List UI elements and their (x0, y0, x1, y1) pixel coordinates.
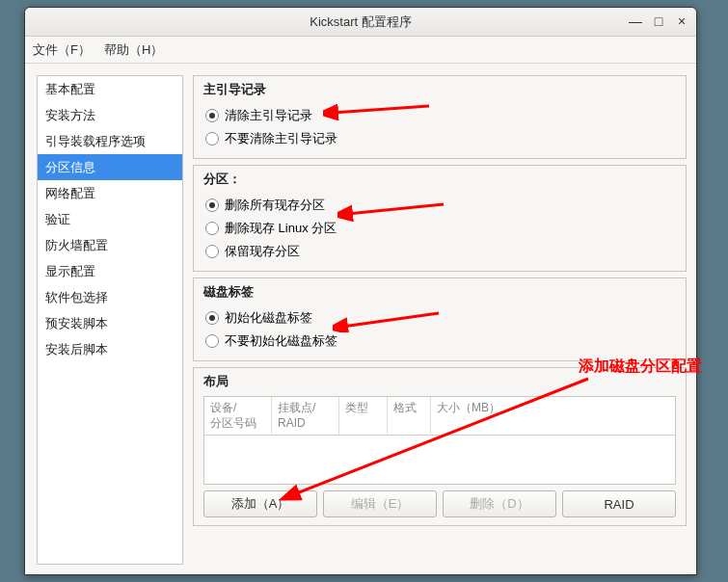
radio-keep[interactable] (205, 245, 219, 258)
titlebar: Kickstart 配置程序 — □ × (25, 8, 696, 37)
menu-help[interactable]: 帮助（H） (104, 41, 163, 59)
th-device[interactable]: 设备/分区号码 (204, 397, 272, 435)
maximize-button[interactable]: □ (648, 11, 669, 32)
table-header: 设备/分区号码 挂载点/RAID 类型 格式 大小（MB） (204, 397, 675, 436)
th-size[interactable]: 大小（MB） (431, 397, 675, 435)
radio-noclear-mbr[interactable] (205, 132, 219, 146)
radio-label: 删除现存 Linux 分区 (225, 220, 337, 237)
radio-clear-mbr[interactable] (205, 109, 219, 122)
group-layout: 布局 设备/分区号码 挂载点/RAID 类型 格式 大小（MB） 添加（A） 编… (193, 367, 687, 526)
radio-row-remove-all[interactable]: 删除所有现存分区 (203, 194, 676, 217)
menu-file[interactable]: 文件（F） (33, 41, 91, 59)
window-title: Kickstart 配置程序 (310, 13, 411, 31)
sidebar-item-prescript[interactable]: 预安装脚本 (38, 310, 182, 336)
sidebar-item-basic[interactable]: 基本配置 (38, 76, 182, 102)
radio-label: 初始化磁盘标签 (225, 309, 312, 327)
content-area: 基本配置 安装方法 引导装载程序选项 分区信息 网络配置 验证 防火墙配置 显示… (25, 64, 696, 574)
group-partition-title: 分区： (203, 171, 676, 188)
minimize-button[interactable]: — (625, 11, 646, 32)
sidebar-item-partition[interactable]: 分区信息 (38, 154, 182, 180)
radio-remove-all[interactable] (205, 198, 219, 212)
partition-table: 设备/分区号码 挂载点/RAID 类型 格式 大小（MB） (203, 396, 676, 485)
app-window: Kickstart 配置程序 — □ × 文件（F） 帮助（H） 基本配置 安装… (24, 7, 697, 575)
button-row: 添加（A） 编辑（E） 删除（D） RAID (203, 490, 676, 517)
radio-label: 删除所有现存分区 (225, 197, 325, 214)
radio-init-label[interactable] (205, 311, 219, 325)
th-type[interactable]: 类型 (339, 397, 388, 435)
th-mount[interactable]: 挂载点/RAID (272, 397, 339, 435)
th-format[interactable]: 格式 (388, 397, 431, 435)
delete-button[interactable]: 删除（D） (443, 490, 556, 517)
menubar: 文件（F） 帮助（H） (25, 37, 696, 64)
add-button[interactable]: 添加（A） (203, 490, 317, 517)
radio-row-clear-mbr[interactable]: 清除主引导记录 (203, 104, 676, 127)
annotation-text: 添加磁盘分区配置 (579, 357, 702, 377)
radio-label: 不要初始化磁盘标签 (225, 332, 337, 350)
window-controls: — □ × (625, 11, 692, 32)
sidebar-item-auth[interactable]: 验证 (38, 206, 182, 232)
sidebar-item-install[interactable]: 安装方法 (38, 102, 182, 128)
edit-button[interactable]: 编辑（E） (323, 490, 437, 517)
group-disklabel-title: 磁盘标签 (203, 283, 676, 301)
group-mbr-title: 主引导记录 (203, 81, 676, 98)
group-partition: 分区： 删除所有现存分区 删除现存 Linux 分区 保留现存分区 (193, 165, 687, 272)
sidebar-item-postscript[interactable]: 安装后脚本 (38, 336, 182, 362)
sidebar: 基本配置 安装方法 引导装载程序选项 分区信息 网络配置 验证 防火墙配置 显示… (37, 75, 183, 565)
radio-noinit-label[interactable] (205, 334, 219, 348)
radio-label: 不要清除主引导记录 (225, 130, 337, 147)
raid-button[interactable]: RAID (562, 490, 676, 517)
main-panel: 主引导记录 清除主引导记录 不要清除主引导记录 分区： 删除所有现存分区 (193, 75, 687, 565)
close-button[interactable]: × (671, 11, 692, 32)
radio-row-init-label[interactable]: 初始化磁盘标签 (203, 306, 676, 330)
radio-label: 清除主引导记录 (225, 107, 312, 124)
sidebar-item-firewall[interactable]: 防火墙配置 (38, 232, 182, 258)
group-disklabel: 磁盘标签 初始化磁盘标签 不要初始化磁盘标签 (193, 278, 687, 361)
sidebar-item-bootloader[interactable]: 引导装载程序选项 (38, 128, 182, 154)
group-mbr: 主引导记录 清除主引导记录 不要清除主引导记录 (193, 75, 687, 159)
radio-row-keep[interactable]: 保留现存分区 (203, 240, 676, 263)
radio-row-noinit-label[interactable]: 不要初始化磁盘标签 (203, 330, 676, 353)
radio-row-noclear-mbr[interactable]: 不要清除主引导记录 (203, 127, 676, 150)
radio-label: 保留现存分区 (225, 243, 300, 260)
sidebar-item-network[interactable]: 网络配置 (38, 180, 182, 206)
radio-row-remove-linux[interactable]: 删除现存 Linux 分区 (203, 217, 676, 240)
radio-remove-linux[interactable] (205, 222, 219, 235)
sidebar-item-display[interactable]: 显示配置 (38, 258, 182, 284)
sidebar-item-packages[interactable]: 软件包选择 (38, 284, 182, 310)
